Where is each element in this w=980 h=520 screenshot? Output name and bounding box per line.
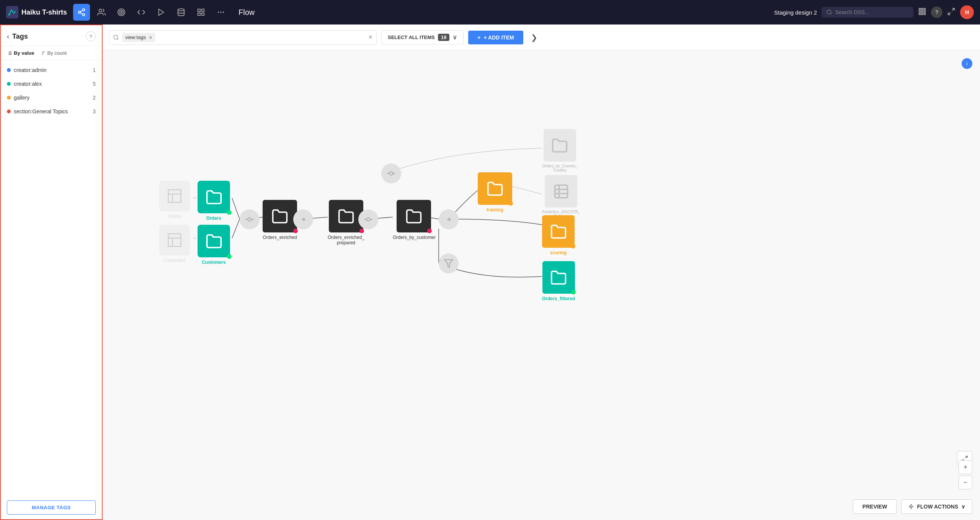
node-customers[interactable]: Customers xyxy=(198,225,230,265)
app-logo[interactable]: Haiku T-shirts xyxy=(6,6,67,18)
topnav-search[interactable] xyxy=(822,7,913,18)
expand-icon[interactable] xyxy=(947,7,956,17)
tags-sort-bar: By value By count xyxy=(1,46,102,60)
flow-actions-button[interactable]: FLOW ACTIONS ∨ xyxy=(901,499,972,514)
svg-rect-24 xyxy=(924,8,926,10)
node-training[interactable]: training xyxy=(478,172,512,213)
apps-grid-icon[interactable] xyxy=(918,7,926,17)
svg-rect-26 xyxy=(921,11,923,12)
svg-line-47 xyxy=(232,198,240,219)
help-icon[interactable]: ? xyxy=(931,7,942,18)
svg-point-2 xyxy=(83,9,85,11)
flow-actions-icon xyxy=(908,504,914,509)
circle-join3[interactable] xyxy=(381,164,401,183)
node-orders[interactable]: Orders xyxy=(198,181,230,221)
add-item-plus-icon: + xyxy=(477,34,480,41)
zoom-out-button[interactable]: − xyxy=(959,476,972,489)
tag-count: 5 xyxy=(93,81,96,87)
filter-clear-button[interactable]: × xyxy=(368,33,372,41)
users-icon-btn[interactable] xyxy=(93,4,110,21)
svg-point-7 xyxy=(99,9,102,12)
tag-list-item[interactable]: section:General Topics 3 xyxy=(1,105,102,118)
flow-toolbar: view:tags × × SELECT ALL ITEMS 19 ∨ + + … xyxy=(103,25,980,51)
flow-actions-label: FLOW ACTIONS xyxy=(917,504,958,510)
svg-point-3 xyxy=(78,11,81,13)
select-all-count: 19 xyxy=(438,34,449,41)
collapse-sidebar-button[interactable]: ❯ xyxy=(531,33,537,42)
svg-rect-13 xyxy=(198,9,200,11)
svg-point-19 xyxy=(223,12,224,13)
search-icon xyxy=(826,9,832,15)
database-icon-btn[interactable] xyxy=(173,4,189,21)
tag-name: creator:alex xyxy=(14,81,42,87)
svg-line-21 xyxy=(830,13,831,15)
sort-by-count-button[interactable]: By count xyxy=(40,50,67,56)
svg-point-9 xyxy=(119,10,124,15)
search-filter[interactable]: view:tags × × xyxy=(109,30,377,45)
circle-join2[interactable] xyxy=(358,209,378,229)
select-dropdown-icon[interactable]: ∨ xyxy=(452,34,457,41)
node-scoring[interactable]: scoring xyxy=(542,215,575,255)
flow-actions-dropdown-icon: ∨ xyxy=(961,504,965,510)
svg-rect-25 xyxy=(919,11,921,12)
tag-list-item[interactable]: creator:alex 5 xyxy=(1,77,102,91)
circle-split2[interactable] xyxy=(439,209,459,229)
svg-point-56 xyxy=(248,218,252,221)
select-all-button[interactable]: SELECT ALL ITEMS 19 ∨ xyxy=(381,30,464,44)
add-item-button[interactable]: + + ADD ITEM xyxy=(468,31,523,44)
tags-help-button[interactable]: ? xyxy=(86,31,96,41)
svg-rect-23 xyxy=(921,8,923,10)
flow-canvas[interactable]: Orders Customers Orders xyxy=(103,51,980,520)
svg-rect-15 xyxy=(202,13,204,15)
circle-join1[interactable] xyxy=(240,209,260,229)
code-icon-btn[interactable] xyxy=(133,4,150,21)
grid-icon-btn[interactable] xyxy=(193,4,209,21)
tag-list-item[interactable]: gallery 2 xyxy=(1,91,102,105)
circle-filter1[interactable] xyxy=(439,253,459,273)
tag-name: gallery xyxy=(14,95,29,101)
tag-item-left: creator:admin xyxy=(7,67,47,73)
svg-rect-16 xyxy=(198,13,200,15)
tag-dot xyxy=(7,110,11,113)
tag-dot xyxy=(7,68,11,72)
svg-rect-27 xyxy=(924,11,926,12)
tag-item-left: creator:alex xyxy=(7,81,42,87)
filter-tag: view:tags × xyxy=(122,33,155,42)
target-icon-btn[interactable] xyxy=(113,4,130,21)
svg-point-12 xyxy=(178,9,185,11)
svg-point-17 xyxy=(218,12,219,13)
tag-list-item[interactable]: creator:admin 1 xyxy=(1,63,102,77)
preview-button[interactable]: PREVIEW xyxy=(853,499,897,514)
tag-item-left: gallery xyxy=(7,95,29,101)
app-title: Haiku T-shirts xyxy=(21,8,67,16)
sort-by-value-button[interactable]: By value xyxy=(7,50,34,56)
tags-header: ‹ Tags ? xyxy=(1,25,102,46)
tags-back-button[interactable]: ‹ xyxy=(7,33,9,41)
node-orders-enriched[interactable]: Orders_enriched xyxy=(263,200,297,240)
tag-count: 2 xyxy=(93,95,96,101)
node-orders-filtered[interactable]: Orders_filtered xyxy=(542,261,575,301)
tags-list: creator:admin 1 creator:alex 5 gallery 2… xyxy=(1,60,102,496)
node-orders-by-customer[interactable]: Orders_by_customer xyxy=(393,200,435,240)
share-icon-btn[interactable] xyxy=(73,4,90,21)
more-icon-btn[interactable] xyxy=(212,4,229,21)
zoom-in-button[interactable]: + xyxy=(959,460,972,474)
manage-tags-button[interactable]: MANAGE TAGS xyxy=(7,500,96,515)
flow-connections xyxy=(103,51,980,520)
topnav: Haiku T-shirts Flow Staging design 2 ? xyxy=(0,0,980,25)
circle-split1[interactable] xyxy=(293,209,313,229)
right-info-button[interactable]: i xyxy=(962,58,972,69)
tag-count: 1 xyxy=(93,67,96,73)
tags-title: Tags xyxy=(12,33,28,41)
play-icon-btn[interactable] xyxy=(153,4,170,21)
flow-bottom-bar: PREVIEW FLOW ACTIONS ∨ xyxy=(103,493,980,520)
node-orders-country[interactable]: Orders_by_Country_Country xyxy=(542,129,578,172)
svg-marker-67 xyxy=(444,260,453,267)
avatar[interactable]: H xyxy=(960,5,974,19)
filter-tag-close[interactable]: × xyxy=(149,34,152,41)
node-prediction[interactable]: Prediction_DISCSTR_Orders... xyxy=(542,175,580,218)
sort-count-icon xyxy=(40,51,46,56)
tag-item-left: section:General Topics xyxy=(7,108,68,114)
search-input[interactable] xyxy=(835,9,904,15)
svg-rect-28 xyxy=(919,13,921,15)
